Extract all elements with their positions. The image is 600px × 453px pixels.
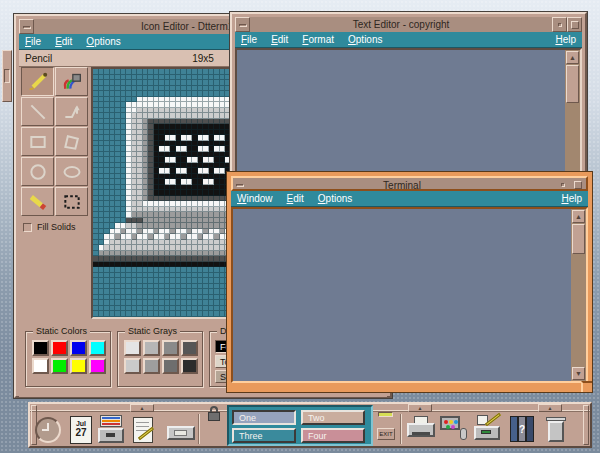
clock-hand xyxy=(42,429,49,431)
flood-fill-icon xyxy=(62,72,82,92)
line-tool-button[interactable] xyxy=(21,97,54,126)
workspace-two-button[interactable]: Two xyxy=(301,410,365,425)
window-menu-button[interactable] xyxy=(19,19,34,34)
pixel-grid xyxy=(93,69,239,317)
text-editor-scrollbar[interactable]: ▲ xyxy=(565,50,580,181)
menu-edit[interactable]: Edit xyxy=(287,193,304,204)
clock-icon[interactable] xyxy=(33,414,63,447)
calendar-icon[interactable]: Jul 27 xyxy=(66,414,96,447)
calendar-month: Jul xyxy=(71,420,91,427)
panel-right-handle[interactable] xyxy=(583,405,589,445)
trash-icon[interactable] xyxy=(542,414,572,447)
gray-swatch-8[interactable] xyxy=(181,358,198,374)
subpanel-arrow-apps[interactable]: ▲ xyxy=(130,404,154,412)
menu-edit[interactable]: Edit xyxy=(271,34,288,45)
gray-swatch-1[interactable] xyxy=(124,340,141,356)
color-swatch-green[interactable] xyxy=(51,358,68,374)
gray-swatch-3[interactable] xyxy=(162,340,179,356)
lock-icon[interactable] xyxy=(206,406,222,422)
minimize-icon xyxy=(558,23,562,27)
text-editor-titlebar[interactable]: Text Editor - copyright xyxy=(235,17,582,32)
menu-edit[interactable]: Edit xyxy=(55,36,72,47)
color-swatch-blue[interactable] xyxy=(70,340,87,356)
gray-swatch-7[interactable] xyxy=(162,358,179,374)
polyline-icon xyxy=(62,102,82,122)
color-swatch-white[interactable] xyxy=(32,358,49,374)
menu-file[interactable]: File xyxy=(25,36,41,47)
circle-icon xyxy=(28,162,48,182)
color-swatch-red[interactable] xyxy=(51,340,68,356)
window-menu-icon xyxy=(23,26,31,29)
file-manager-icon[interactable] xyxy=(96,414,126,447)
minimize-button[interactable] xyxy=(556,178,571,189)
menu-window[interactable]: Window xyxy=(237,193,273,204)
window-menu-button[interactable] xyxy=(233,178,248,189)
scrollbar-thumb[interactable] xyxy=(566,65,579,103)
ellipse-tool-button[interactable] xyxy=(55,157,88,186)
polyline-tool-button[interactable] xyxy=(55,97,88,126)
resize-handle[interactable] xyxy=(581,381,592,392)
calendar-page: Jul 27 xyxy=(70,416,92,444)
mail-icon[interactable] xyxy=(166,414,196,447)
circle-tool-button[interactable] xyxy=(21,157,54,186)
terminal-titlebar[interactable]: Terminal xyxy=(231,176,588,191)
front-panel: ▲ ▲ ▲ Jul 27 One Two Thr xyxy=(28,402,592,448)
background-window-handle xyxy=(4,69,10,83)
window-menu-button[interactable] xyxy=(235,17,250,32)
rectangle-tool-button[interactable] xyxy=(21,127,54,156)
gray-swatch-5[interactable] xyxy=(124,358,141,374)
scroll-down-icon[interactable]: ▼ xyxy=(572,367,585,380)
color-swatch-magenta[interactable] xyxy=(89,358,106,374)
scrollbar-thumb[interactable] xyxy=(572,224,585,254)
text-editor-content[interactable]: ▲ xyxy=(235,48,582,183)
subpanel-arrow-printer[interactable]: ▲ xyxy=(408,404,432,412)
scroll-up-icon[interactable]: ▲ xyxy=(566,51,579,64)
menu-help[interactable]: Help xyxy=(555,34,576,45)
maximize-button[interactable] xyxy=(567,17,582,32)
menu-format[interactable]: Format xyxy=(302,34,334,45)
color-swatch-yellow[interactable] xyxy=(70,358,87,374)
static-grays-group: Static Grays xyxy=(117,331,203,387)
printer-icon[interactable] xyxy=(406,414,436,447)
mail-letter xyxy=(174,430,187,436)
cursor-position-label: 19x5 xyxy=(192,50,214,67)
application-manager-icon[interactable] xyxy=(472,414,502,447)
workspace-three-button[interactable]: Three xyxy=(232,428,296,443)
terminal-content[interactable]: ▲ ▼ xyxy=(231,207,588,383)
gray-swatch-4[interactable] xyxy=(181,340,198,356)
menu-options[interactable]: Options xyxy=(318,193,352,204)
flood-fill-tool-button[interactable] xyxy=(55,67,88,96)
subpanel-arrow-help[interactable]: ▲ xyxy=(538,404,562,412)
menu-options[interactable]: Options xyxy=(348,34,382,45)
exit-button[interactable]: EXIT xyxy=(377,428,395,440)
terminal-menubar: Window Edit Options Help xyxy=(231,191,588,207)
workspace-one-button[interactable]: One xyxy=(232,410,296,425)
printer-slit xyxy=(412,432,430,435)
pencil-tool-button[interactable] xyxy=(21,67,54,96)
workspace-four-button[interactable]: Four xyxy=(301,428,365,443)
help-book xyxy=(510,416,518,442)
pixel-canvas[interactable] xyxy=(91,67,241,319)
select-tool-button[interactable] xyxy=(55,187,88,216)
background-window-edge[interactable] xyxy=(2,50,12,102)
color-swatch-black[interactable] xyxy=(32,340,49,356)
color-swatch-cyan[interactable] xyxy=(89,340,106,356)
minimize-button[interactable] xyxy=(552,17,567,32)
rectangle-icon xyxy=(28,132,48,152)
menu-options[interactable]: Options xyxy=(86,36,120,47)
gray-swatch-6[interactable] xyxy=(143,358,160,374)
style-manager-icon[interactable] xyxy=(438,414,468,447)
fill-solids-checkbox[interactable] xyxy=(23,223,32,232)
menu-file[interactable]: File xyxy=(241,34,257,45)
maximize-button[interactable] xyxy=(571,178,586,189)
gray-swatch-2[interactable] xyxy=(143,340,160,356)
eraser-tool-button[interactable] xyxy=(21,187,54,216)
scroll-up-icon[interactable]: ▲ xyxy=(572,210,585,223)
text-editor-title: Text Editor - copyright xyxy=(250,17,552,32)
menu-help[interactable]: Help xyxy=(561,193,582,204)
polygon-tool-button[interactable] xyxy=(55,127,88,156)
terminal-scrollbar[interactable]: ▲ ▼ xyxy=(571,209,586,381)
text-editor-icon[interactable] xyxy=(129,414,159,447)
help-manager-icon[interactable]: ? xyxy=(508,414,538,447)
maximize-icon xyxy=(571,21,579,29)
